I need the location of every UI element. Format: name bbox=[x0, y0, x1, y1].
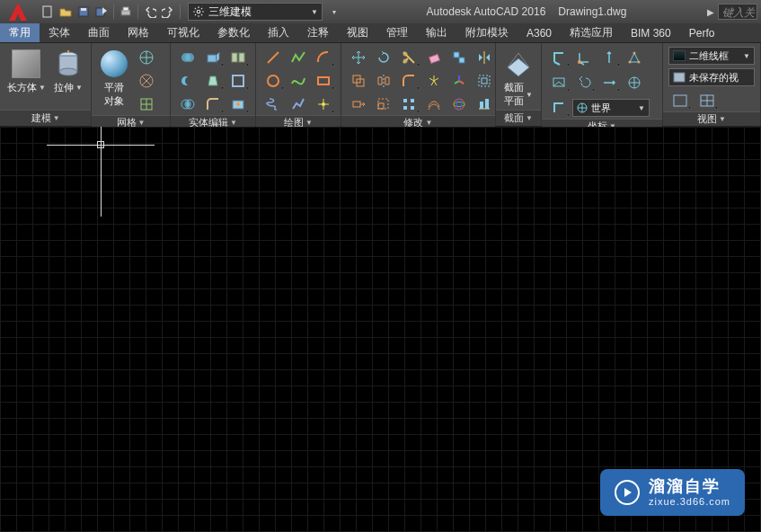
plot-icon[interactable] bbox=[118, 4, 134, 20]
section-plane-label: 截面 平面 bbox=[504, 81, 524, 108]
3dmirror-icon[interactable] bbox=[473, 47, 496, 68]
named-views-dropdown[interactable]: 未保存的视 bbox=[668, 68, 755, 86]
drawing-area[interactable]: 溜溜自学 zixue.3d66.com bbox=[0, 127, 761, 532]
tab-surface[interactable]: 曲面 bbox=[79, 23, 119, 42]
mesh-more-2-icon[interactable] bbox=[135, 70, 158, 92]
box-icon bbox=[11, 49, 41, 79]
shell-icon[interactable]: ▾ bbox=[226, 70, 250, 92]
3drotate-icon[interactable] bbox=[447, 93, 471, 115]
tab-output[interactable]: 输出 bbox=[417, 23, 456, 42]
mesh-more-1-icon[interactable] bbox=[135, 47, 158, 68]
infocenter-toggle-icon[interactable]: ▶ bbox=[707, 7, 714, 17]
svg-rect-30 bbox=[429, 54, 440, 63]
ucs-view-icon[interactable]: ▾ bbox=[547, 72, 571, 93]
named-ucs-dropdown[interactable]: 世界 ▼ bbox=[572, 99, 650, 117]
tab-home[interactable]: 常用 bbox=[0, 23, 40, 42]
trim-icon[interactable]: ▾ bbox=[397, 47, 420, 68]
ribbon: 长方体▼ 拉伸▼ 建模▼ 平滑 对象 网格▼ bbox=[0, 43, 761, 127]
svg-rect-20 bbox=[233, 75, 243, 86]
align-icon[interactable] bbox=[473, 93, 496, 115]
ucs-icon[interactable]: ▾ bbox=[547, 47, 571, 68]
fillet-icon[interactable]: ▾ bbox=[397, 70, 420, 92]
tab-annotate[interactable]: 注释 bbox=[298, 23, 338, 42]
spline-icon[interactable] bbox=[287, 70, 310, 92]
tab-a360[interactable]: A360 bbox=[518, 23, 561, 42]
line-icon[interactable] bbox=[261, 47, 285, 68]
panel-title-modeling[interactable]: 建模▼ bbox=[0, 110, 91, 126]
view-multi-icon[interactable]: ▾ bbox=[695, 90, 719, 111]
polyline-icon[interactable] bbox=[287, 47, 310, 68]
tab-bim360[interactable]: BIM 360 bbox=[622, 23, 680, 42]
redo-icon[interactable] bbox=[160, 4, 176, 20]
new-icon[interactable] bbox=[40, 4, 56, 20]
app-menu-button[interactable] bbox=[0, 0, 36, 23]
undo-icon[interactable] bbox=[142, 4, 158, 20]
save-icon[interactable] bbox=[75, 4, 92, 20]
tab-featured[interactable]: 精选应用 bbox=[561, 23, 622, 42]
erase-icon[interactable] bbox=[422, 47, 446, 68]
section-plane-button[interactable]: 截面 平面▼ bbox=[501, 47, 535, 110]
tab-parametric[interactable]: 参数化 bbox=[208, 23, 259, 42]
workspace-dropdown[interactable]: 三维建模 ▼ bbox=[188, 3, 323, 21]
tab-solid[interactable]: 实体 bbox=[40, 23, 79, 42]
3dpoly-icon[interactable] bbox=[287, 93, 310, 115]
search-input[interactable]: 键入关 bbox=[718, 4, 757, 20]
3dscale-icon[interactable] bbox=[473, 70, 496, 92]
tab-view[interactable]: 视图 bbox=[338, 23, 377, 42]
taper-face-icon[interactable]: ▾ bbox=[201, 70, 225, 92]
circle-icon[interactable]: ▾ bbox=[261, 70, 285, 92]
scale-icon[interactable] bbox=[372, 93, 395, 115]
3dalign-icon[interactable] bbox=[447, 47, 471, 68]
box-button[interactable]: 长方体▼ bbox=[5, 47, 48, 96]
ucs-world-icon[interactable] bbox=[623, 72, 646, 93]
saveas-icon[interactable] bbox=[93, 4, 110, 20]
rotate-icon[interactable] bbox=[372, 47, 395, 68]
fillet-edge-icon[interactable]: ▾ bbox=[201, 93, 225, 115]
ucs-x-icon[interactable]: ▾ bbox=[597, 72, 621, 93]
tab-manage[interactable]: 管理 bbox=[377, 23, 417, 42]
extrude-button[interactable]: 拉伸▼ bbox=[51, 47, 85, 96]
move-icon[interactable] bbox=[347, 47, 370, 68]
svg-rect-48 bbox=[485, 99, 489, 109]
intersect-icon[interactable] bbox=[176, 93, 199, 115]
ucs-z-icon[interactable]: ▾ bbox=[597, 47, 621, 68]
stretch-icon[interactable] bbox=[347, 93, 370, 115]
union-icon[interactable] bbox=[176, 47, 199, 68]
ucs-origin-icon[interactable] bbox=[572, 47, 596, 68]
view-single-icon[interactable]: ▾ bbox=[668, 90, 692, 111]
svg-point-9 bbox=[59, 68, 77, 75]
point-icon[interactable]: ▾ bbox=[312, 93, 335, 115]
extrude-face-icon[interactable]: ▾ bbox=[201, 47, 225, 68]
panel-title-view[interactable]: 视图▼ bbox=[663, 111, 760, 126]
copy-icon[interactable] bbox=[347, 70, 370, 92]
tab-visualize[interactable]: 可视化 bbox=[158, 23, 208, 42]
3dmove-icon[interactable] bbox=[447, 70, 471, 92]
imprint-icon[interactable]: ▾ bbox=[226, 93, 250, 115]
ucs-3point-icon[interactable] bbox=[623, 47, 646, 68]
visual-style-dropdown[interactable]: 二维线框 ▼ bbox=[668, 47, 755, 65]
panel-title-section[interactable]: 截面▼ bbox=[496, 110, 541, 126]
mirror-icon[interactable] bbox=[372, 70, 395, 92]
mesh-more-3-icon[interactable] bbox=[135, 93, 158, 115]
svg-point-24 bbox=[236, 102, 240, 106]
helix-icon[interactable] bbox=[261, 93, 285, 115]
quick-access-toolbar: 三维建模 ▼ ▾ bbox=[36, 3, 346, 21]
smooth-icon bbox=[99, 49, 129, 79]
rectangle-icon[interactable]: ▾ bbox=[312, 70, 335, 92]
tab-insert[interactable]: 插入 bbox=[259, 23, 298, 42]
panel-section: 截面 平面▼ 截面▼ bbox=[496, 43, 542, 126]
tab-performance[interactable]: Perfo bbox=[680, 23, 724, 42]
array-icon[interactable]: ▾ bbox=[397, 93, 420, 115]
ucs-previous-icon[interactable]: ▾ bbox=[572, 72, 596, 93]
qat-customize-icon[interactable]: ▾ bbox=[326, 4, 342, 20]
tab-mesh[interactable]: 网格 bbox=[119, 23, 158, 42]
subtract-icon[interactable] bbox=[176, 70, 199, 92]
arc-icon[interactable]: ▾ bbox=[312, 47, 335, 68]
smooth-object-button[interactable]: 平滑 对象 bbox=[97, 47, 131, 110]
tab-addins[interactable]: 附加模块 bbox=[456, 23, 518, 42]
offset-icon[interactable] bbox=[422, 93, 446, 115]
explode-icon[interactable] bbox=[422, 70, 446, 92]
open-icon[interactable] bbox=[58, 4, 74, 20]
ucs-named-icon[interactable]: ▾ bbox=[547, 97, 571, 119]
separate-icon[interactable]: ▾ bbox=[226, 47, 250, 68]
